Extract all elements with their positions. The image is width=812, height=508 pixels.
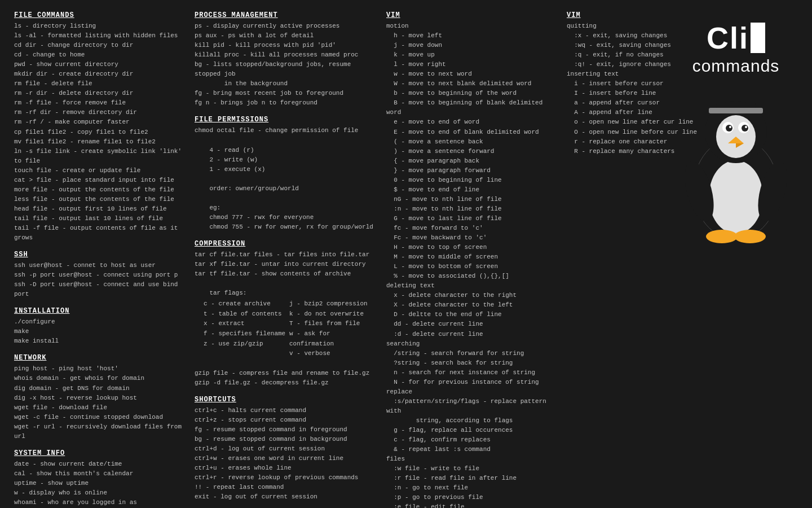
flags-left: c - create archive t - table of contents… [204, 299, 289, 359]
column-4: VIM quitting :x - exit, saving changes :… [561, 11, 812, 508]
installation-content: ./configure make make install [14, 317, 183, 346]
section-ssh: SSH ssh user@host - connet to host as us… [14, 251, 183, 299]
branding-area: Cli commands [657, 23, 812, 247]
section-file-permissions: FILE PERMISSIONS chmod octal file - chan… [195, 116, 375, 232]
flags-right: j - bzip2 compression k - do not overwri… [289, 299, 375, 359]
svg-point-14 [706, 230, 738, 243]
process-mgmt-title: PROCESS MANAGEMENT [195, 11, 375, 19]
svg-point-15 [734, 230, 766, 243]
ssh-title: SSH [14, 251, 183, 259]
column-2: PROCESS MANAGEMENT ps - display currentl… [189, 11, 381, 508]
section-compression: COMPRESSION tar cf file.tar files - tar … [195, 240, 375, 388]
file-commands-title: FILE COMMANDS [14, 11, 183, 19]
commands-text: commands [657, 56, 812, 76]
ssh-content: ssh user@host - connet to host as user s… [14, 261, 183, 299]
shortcuts-content: ctrl+c - halts current command ctrl+z - … [195, 406, 375, 502]
vim-main-content: motion h - move left j - move down k - m… [386, 21, 555, 508]
system-info-title: SYSTEM INFO [14, 449, 183, 457]
svg-rect-17 [709, 108, 763, 113]
svg-point-1 [709, 160, 763, 234]
svg-point-9 [745, 126, 747, 128]
svg-point-6 [729, 126, 731, 128]
file-permissions-content: chmod octal file - change permission of … [195, 126, 375, 232]
compression-content: tar cf file.tar files - tar files into f… [195, 250, 375, 298]
svg-point-5 [726, 125, 732, 132]
vim-main-title: VIM [386, 11, 555, 19]
process-mgmt-content: ps - display currently active processes … [195, 21, 375, 108]
compression-title: COMPRESSION [195, 240, 375, 248]
installation-title: INSTALLATION [14, 307, 183, 315]
vim-2-title: VIM [567, 11, 812, 19]
column-1: FILE COMMANDS ls - directory listing ls … [8, 11, 189, 508]
section-vim-main: VIM motion h - move left j - move down k… [386, 11, 555, 508]
cli-title-text: Cli [657, 23, 812, 53]
file-commands-content: ls - directory listing ls -al - formatte… [14, 21, 183, 243]
main-layout: FILE COMMANDS ls - directory listing ls … [0, 0, 812, 508]
section-network: NETWORK ping host - ping host 'host' who… [14, 354, 183, 441]
section-installation: INSTALLATION ./configure make make insta… [14, 307, 183, 346]
section-shortcuts: SHORTCUTS ctrl+c - halts current command… [195, 396, 375, 502]
section-process-mgmt: PROCESS MANAGEMENT ps - display currentl… [195, 11, 375, 108]
network-content: ping host - ping host 'host' whois domai… [14, 364, 183, 441]
compression-extra: gzip file - compress file and rename to … [195, 359, 375, 388]
file-permissions-title: FILE PERMISSIONS [195, 116, 375, 124]
tux-penguin-icon [674, 87, 798, 245]
section-system-info: SYSTEM INFO date - show current date/tim… [14, 449, 183, 508]
flags-container: c - create archive t - table of contents… [195, 299, 375, 359]
system-info-content: date - show current date/time cal - show… [14, 459, 183, 508]
svg-point-8 [742, 125, 748, 132]
cli-text: Cli [707, 23, 749, 53]
section-file-commands: FILE COMMANDS ls - directory listing ls … [14, 11, 183, 243]
shortcuts-title: SHORTCUTS [195, 396, 375, 404]
flags-grid: c - create archive t - table of contents… [199, 299, 375, 359]
cursor-block [751, 23, 765, 53]
column-3: VIM motion h - move left j - move down k… [381, 11, 561, 508]
network-title: NETWORK [14, 354, 183, 362]
